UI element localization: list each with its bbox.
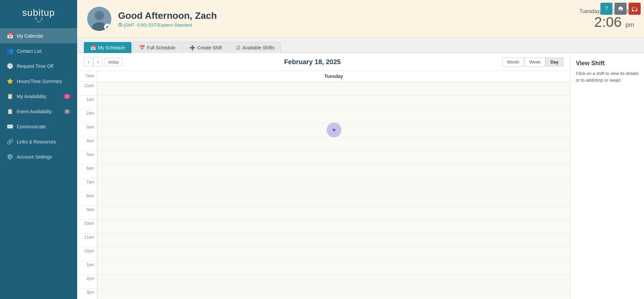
calendar-main: ‹ › today February 18, 2025 Month Week D… [77,53,570,299]
sidebar-item-links-resources[interactable]: 🔗Links & Resources [0,134,77,149]
sidebar-item-request-time-off[interactable]: 🕐Request Time Off [0,58,77,74]
sidebar-item-account-settings[interactable]: ⚙️Account Settings [0,149,77,164]
time-label-3am: 3am [77,123,97,137]
time-row-10am: 10am [77,220,570,233]
badge-my-availability: 1 [64,94,70,99]
time-row-8am: 8am [77,192,570,206]
badge-event-availability: 0 [64,109,70,114]
month-view-btn[interactable]: Month [502,57,524,67]
sidebar-label-event-availability: Event Availability [17,109,52,114]
sidebar-nav: 📅My Calendar👥Contact List🕐Request Time O… [0,28,77,299]
avatar-edit-btn[interactable] [104,24,111,30]
time-row-12am: 12am [77,82,570,96]
view-shift-description: Click on a shift to view its details or … [576,70,639,83]
sidebar-item-my-availability[interactable]: 📋My Availability1 [0,89,77,104]
time-label-1pm: 1pm [77,261,97,274]
time-row-6am: 6am [77,165,570,178]
cursor-dot [333,129,335,131]
event-availability-icon: 📋 [7,108,13,115]
links-resources-icon: 🔗 [7,138,13,145]
sidebar-label-my-availability: My Availability [17,94,46,99]
tab-available-shifts[interactable]: ☑ Available Shifts [230,42,281,53]
time-display: 2:06 pm [579,15,634,29]
greeting-text: Good Afternoon, Zach [118,10,579,21]
time-label-9am: 9am [77,206,97,219]
time-row-7am: 7am [77,178,570,192]
today-btn[interactable]: today [105,58,123,66]
time-cell-12pm[interactable] [97,247,570,261]
sidebar-item-communicate[interactable]: ✉️Communicate [0,119,77,134]
sidebar-label-hours-time-summary: Hours/Time Summary [17,79,62,84]
communicate-icon: ✉️ [7,123,13,130]
time-cell-3pm[interactable] [97,289,570,299]
timezone-text: (GMT -5:00) EST/Eastern Standard [123,23,192,28]
time-label-5am: 5am [77,151,97,164]
contact-list-icon: 👥 [7,48,13,54]
full-schedule-icon: 📅 [139,45,145,50]
sidebar-label-contact-list: Contact List [17,48,42,54]
prev-btn[interactable]: ‹ [84,57,93,67]
sidebar-label-my-calendar: My Calendar [17,33,43,39]
svg-point-1 [95,11,104,20]
timezone-link[interactable]: (GMT -5:00) EST/Eastern Standard [118,23,579,28]
my-schedule-icon: 📅 [90,45,96,50]
time-label-8am: 8am [77,192,97,206]
top-icons: ? [600,3,641,15]
sidebar-label-account-settings: Account Settings [17,154,52,160]
time-cell-2am[interactable] [97,110,570,123]
time-label-4am: 4am [77,137,97,151]
time-row-3pm: 3pm [77,289,570,299]
calendar-nav: ‹ › today February 18, 2025 Month Week D… [77,53,570,71]
time-cell-6am[interactable] [97,165,570,178]
sidebar-item-hours-time-summary[interactable]: ⭐Hours/Time Summary [0,74,77,89]
calendar-grid[interactable]: Time Tuesday 12am1am2am3am4am5am6am7am8a… [77,71,570,299]
help-icon-btn[interactable]: ? [600,3,612,15]
time-column-header: Time [77,71,97,82]
sidebar-item-my-calendar[interactable]: 📅My Calendar [0,28,77,43]
power-icon-btn[interactable] [629,3,641,15]
time-cell-1am[interactable] [97,96,570,109]
print-icon-btn[interactable] [614,3,627,15]
tab-create-shift[interactable]: ➕ Create Shift [183,42,228,53]
day-view-btn[interactable]: Day [545,57,564,67]
sidebar-item-contact-list[interactable]: 👥Contact List [0,43,77,58]
create-shift-icon: ➕ [190,45,195,50]
time-cell-8am[interactable] [97,192,570,206]
time-label-12pm: 12pm [77,247,97,261]
sidebar-logo: subitup ╰‿╯ [0,0,77,28]
day-column-header: Tuesday [97,71,570,82]
time-row-1am: 1am [77,96,570,110]
time-label-2am: 2am [77,110,97,123]
time-cell-5am[interactable] [97,151,570,164]
time-cell-2pm[interactable] [97,275,570,288]
my-availability-icon: 📋 [7,93,13,99]
time-cell-1pm[interactable] [97,261,570,274]
sidebar: subitup ╰‿╯ 📅My Calendar👥Contact List🕐Re… [0,0,77,299]
time-cell-3am[interactable] [97,123,570,137]
time-label-6am: 6am [77,165,97,178]
ampm-label: pm [626,22,634,28]
time-cell-9am[interactable] [97,206,570,219]
time-label-10am: 10am [77,220,97,233]
time-row-12pm: 12pm [77,247,570,261]
time-cell-7am[interactable] [97,178,570,192]
time-row-3am: 3am [77,123,570,137]
time-cell-12am[interactable] [97,82,570,95]
time-label-1am: 1am [77,96,97,109]
next-btn[interactable]: › [93,57,103,67]
sidebar-item-event-availability[interactable]: 📋Event Availability0 [0,104,77,119]
tab-my-schedule[interactable]: 📅 My Schedule [84,42,131,53]
tab-full-schedule[interactable]: 📅 Full Schedule [133,42,182,53]
sidebar-label-communicate: Communicate [17,124,46,129]
calendar-title: February 18, 2025 [123,58,502,66]
week-view-btn[interactable]: Week [524,57,545,67]
tab-bar: 📅 My Schedule 📅 Full Schedule ➕ Create S… [77,38,644,53]
request-time-off-icon: 🕐 [7,63,13,69]
time-cell-4am[interactable] [97,137,570,151]
time-label-2pm: 2pm [77,275,97,288]
time-cell-11am[interactable] [97,233,570,247]
greeting-block: Good Afternoon, Zach (GMT -5:00) EST/Eas… [118,10,579,28]
time-cell-10am[interactable] [97,220,570,233]
time-row-2am: 2am [77,110,570,123]
view-toggle: Month Week Day [502,57,564,67]
